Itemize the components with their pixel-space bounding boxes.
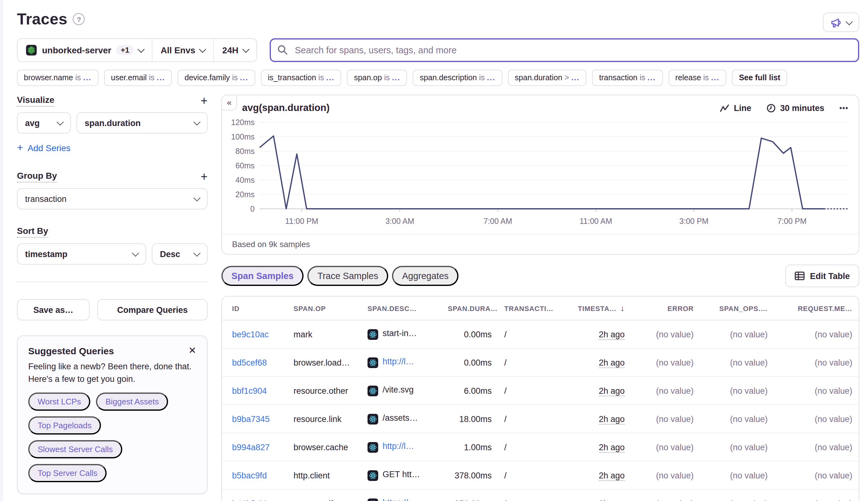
cell-span-description: /assets…	[361, 405, 442, 433]
column-header-span-ops[interactable]: SPAN_OPS.…	[700, 297, 774, 320]
chip-operator: is	[640, 73, 647, 82]
span-id-link[interactable]: bbf1c904	[232, 386, 267, 395]
column-header-request-me[interactable]: REQUEST.ME…	[774, 297, 859, 320]
span-samples-table: IDSPAN.OPSPAN.DESC…SPAN.DURA…TRANSACTI…T…	[221, 296, 859, 501]
cell-error: (no value)	[631, 320, 700, 348]
suggested-query-pill[interactable]: Biggest Assets	[96, 393, 168, 411]
search-input[interactable]	[270, 38, 859, 62]
svg-text:7:00 AM: 7:00 AM	[484, 217, 512, 225]
suggested-queries-card: Suggested Queries ✕ Feeling like a newb?…	[17, 335, 208, 494]
timestamp-value[interactable]: 2h ago	[599, 471, 625, 481]
column-header-timesta[interactable]: TIMESTA…↓	[568, 297, 631, 320]
query-sidebar: Visualize + avg span.duration + Add Seri…	[17, 95, 208, 494]
span-id-link[interactable]: be9c10ac	[232, 330, 269, 339]
timestamp-value[interactable]: 2h ago	[599, 499, 625, 501]
filter-chip[interactable]: span.op is ...	[347, 70, 407, 86]
chip-operator: >	[564, 73, 571, 82]
filter-chip[interactable]: span.description is ...	[413, 70, 502, 86]
chip-field: span.description	[420, 73, 479, 82]
filter-chip[interactable]: transaction is ...	[592, 70, 663, 86]
filter-chip[interactable]: browser.name is ...	[17, 70, 98, 86]
column-header-error[interactable]: ERROR	[631, 297, 700, 320]
span-id-link[interactable]: b41bfb26	[232, 499, 267, 501]
suggested-query-pill[interactable]: Top Pageloads	[28, 416, 101, 435]
react-icon	[368, 442, 378, 453]
project-name: unborked-server	[42, 45, 111, 55]
span-description-text[interactable]: http://l…	[383, 441, 414, 451]
help-icon[interactable]: ?	[73, 13, 85, 25]
suggested-queries-body: Feeling like a newb? Been there, done th…	[28, 361, 196, 385]
chip-field: transaction	[599, 73, 639, 82]
span-description-text[interactable]: https://…	[383, 498, 416, 501]
cell-transaction: /	[498, 405, 568, 433]
span-description-text: GET htt…	[383, 470, 420, 479]
suggested-query-pill[interactable]: Worst LCPs	[28, 393, 90, 411]
span-description-text[interactable]: http://l…	[383, 357, 414, 366]
chart-menu-button[interactable]: •••	[839, 104, 849, 111]
add-group-by-button[interactable]: +	[201, 172, 208, 181]
aggregate-select[interactable]: avg	[17, 112, 71, 134]
collapse-sidebar-button[interactable]: «	[221, 95, 237, 110]
timestamp-value[interactable]: 2h ago	[599, 414, 625, 424]
time-range-picker[interactable]: 24H	[213, 39, 256, 62]
column-header-transacti[interactable]: TRANSACTI…	[498, 297, 568, 320]
column-label: SPAN.DESC…	[368, 305, 417, 312]
tab-trace-samples[interactable]: Trace Samples	[307, 266, 388, 286]
chevron-down-icon	[846, 18, 853, 25]
filter-chip[interactable]: user.email is ...	[104, 70, 172, 86]
svg-text:120ms: 120ms	[231, 118, 255, 127]
sort-by-heading: Sort By	[17, 226, 48, 238]
column-header-id[interactable]: ID	[222, 297, 287, 320]
group-by-select[interactable]: transaction	[17, 188, 208, 210]
column-header-span-dura[interactable]: SPAN.DURA…	[442, 297, 498, 320]
add-series-button[interactable]: + Add Series	[17, 142, 208, 154]
feedback-button[interactable]	[823, 12, 859, 32]
timestamp-value[interactable]: 2h ago	[599, 358, 625, 368]
page-filter-group: unborked-server +1 All Envs 24H	[17, 38, 257, 62]
suggested-query-pill[interactable]: Slowest Server Calls	[28, 440, 122, 458]
filter-chip[interactable]: release is ...	[669, 70, 727, 86]
cell-span-id: be9c10ac	[222, 320, 287, 348]
span-id-link[interactable]: b9ba7345	[232, 414, 270, 424]
column-header-span-op[interactable]: SPAN.OP	[287, 297, 361, 320]
span-id-link[interactable]: bd5cef68	[232, 358, 267, 367]
cell-span-ops: (no value)	[700, 376, 774, 405]
timestamp-value[interactable]: 2h ago	[599, 386, 625, 396]
project-platform-icon	[26, 44, 37, 56]
close-icon[interactable]: ✕	[189, 345, 196, 355]
filter-chip[interactable]: is_transaction is ...	[261, 70, 341, 86]
project-picker[interactable]: unborked-server +1	[18, 39, 152, 62]
filter-chip[interactable]: span.duration > ...	[508, 70, 587, 86]
visualize-heading: Visualize	[17, 95, 54, 107]
suggested-query-pill[interactable]: Top Server Calls	[28, 464, 107, 482]
filter-chips-row: browser.name is ...user.email is ...devi…	[17, 70, 859, 86]
span-id-link[interactable]: b5bac9fd	[232, 471, 267, 480]
line-chart-icon	[720, 104, 729, 112]
chip-value: ...	[240, 73, 248, 82]
visualize-field-select[interactable]: span.duration	[76, 112, 208, 134]
svg-text:11:00 PM: 11:00 PM	[285, 217, 318, 225]
tab-span-samples[interactable]: Span Samples	[221, 266, 304, 286]
chart-type-control[interactable]: Line	[720, 103, 751, 113]
filter-chip[interactable]: device.family is ...	[178, 70, 255, 86]
table-icon	[795, 271, 805, 280]
see-full-list-button[interactable]: See full list	[732, 70, 787, 86]
column-header-span-desc[interactable]: SPAN.DESC…	[361, 297, 442, 320]
add-visualize-button[interactable]: +	[201, 96, 208, 105]
tab-aggregates[interactable]: Aggregates	[392, 266, 458, 286]
timestamp-value[interactable]: 2h ago	[599, 443, 625, 452]
cell-error: (no value)	[631, 405, 700, 433]
react-icon	[368, 414, 378, 425]
chart-interval-control[interactable]: 30 minutes	[766, 103, 824, 113]
cell-span-description: start-in…	[361, 320, 442, 348]
sort-direction-select[interactable]: Desc	[152, 243, 208, 265]
compare-queries-button[interactable]: Compare Queries	[97, 299, 208, 320]
group-by-heading: Group By	[17, 171, 57, 182]
save-as-button[interactable]: Save as…	[17, 299, 90, 320]
cell-span-id: b41bfb26	[222, 489, 287, 501]
edit-table-button[interactable]: Edit Table	[785, 265, 859, 287]
sort-field-select[interactable]: timestamp	[17, 243, 146, 265]
environment-picker[interactable]: All Envs	[152, 39, 213, 62]
span-id-link[interactable]: b994a827	[232, 443, 270, 452]
timestamp-value[interactable]: 2h ago	[599, 330, 625, 340]
